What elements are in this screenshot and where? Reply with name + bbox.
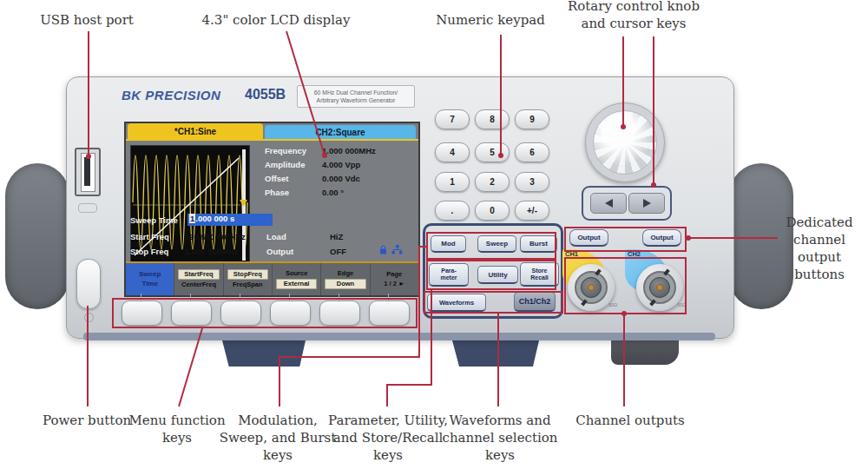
callout-numeric-keypad: Numeric keypad — [421, 11, 560, 29]
key-plusminus[interactable]: +/- — [515, 201, 549, 221]
bnc-center-pin — [656, 284, 663, 291]
annotated-device-diagram: BK PRECISION 4055B 60 MHz Dual Channel F… — [0, 0, 868, 469]
softkey-startfreq: StartFreq CenterFreq — [174, 263, 223, 295]
callout-waveforms-keys: Waveforms and channel selection keys — [435, 412, 565, 464]
impedance-label: 50Ω — [608, 302, 617, 307]
row-label: Load — [266, 232, 286, 241]
brand-logo: BK PRECISION — [122, 88, 220, 102]
callout-lcd-display: 4.3" color LCD display — [198, 11, 354, 29]
param-value: 0.00 ° — [322, 188, 344, 197]
lcd-display: *CH1:Sine CH2:Square Frequency 1.000 000… — [124, 122, 420, 297]
key-5[interactable]: 5 — [475, 142, 510, 162]
usb-icon — [78, 203, 97, 213]
callout-channel-outputs: Channel outputs — [569, 412, 691, 429]
rotary-knob[interactable] — [593, 110, 657, 175]
cursor-left-button[interactable] — [590, 193, 627, 214]
softkey-bar: SweepTime StartFreq CenterFreq StopFreq … — [126, 261, 418, 295]
model-description: 60 MHz Dual Channel Function/ Arbitrary … — [297, 85, 415, 108]
row-label: Stop Freq — [130, 247, 168, 256]
fnkey-connector — [289, 294, 290, 301]
callout-dedicated-outputs: Dedicated channel output buttons — [771, 214, 868, 283]
right-arrow-icon — [643, 199, 651, 208]
callout-usb-host-port: USB host port — [35, 11, 139, 29]
rotary-knob-ring — [585, 102, 665, 182]
lock-icon — [379, 245, 387, 254]
row-label: Start Freq — [130, 232, 169, 241]
left-arrow-icon — [605, 199, 613, 208]
param-label: Offset — [265, 174, 288, 183]
tab-underline — [126, 139, 418, 141]
burst-button[interactable]: Burst — [520, 235, 557, 253]
model-number: 4055B — [245, 87, 286, 102]
key-4[interactable]: 4 — [435, 142, 470, 162]
param-label: Phase — [265, 188, 289, 197]
key-2[interactable]: 2 — [475, 172, 510, 192]
waveforms-button[interactable]: Waveforms — [427, 294, 486, 312]
row-value: 1.000 500MHz — [185, 247, 239, 256]
callout-param-utility-store: Parameter, Utility, and Store/Recall key… — [323, 412, 453, 464]
key-9[interactable]: 9 — [515, 109, 549, 129]
key-0[interactable]: 0 — [475, 201, 510, 221]
fnkey-connector — [339, 294, 339, 301]
parameter-button[interactable]: Para- meter — [429, 263, 469, 287]
ch2-bnc-connector — [636, 264, 683, 311]
ch2-output-button[interactable]: Output — [642, 229, 681, 247]
callout-power-button: Power button — [35, 412, 139, 429]
ch2-label: CH2 — [628, 250, 641, 258]
param-label: Amplitude — [265, 160, 305, 169]
key-7[interactable]: 7 — [435, 109, 470, 129]
callout-rotary-knob: Rotary control knob and cursor keys — [556, 0, 712, 32]
utility-button[interactable]: Utility — [477, 266, 518, 284]
ch1-label: CH1 — [565, 250, 578, 258]
device-foot — [452, 340, 539, 367]
menu-function-key-3[interactable] — [220, 301, 261, 326]
fnkey-connector — [141, 294, 141, 301]
param-label: Frequency — [265, 146, 306, 155]
network-icon — [391, 245, 403, 254]
softkey-page: Page 1 / 2 ► — [371, 263, 418, 295]
ch1-ch2-button[interactable]: Ch1/Ch2 — [514, 292, 556, 312]
key-8[interactable]: 8 — [475, 109, 510, 129]
row-value: OFF — [330, 247, 346, 256]
ch1-output-button[interactable]: Output — [569, 229, 608, 247]
fnkey-connector — [240, 294, 240, 301]
param-value: 1.000 000MHz — [322, 146, 376, 155]
bottom-trim — [83, 333, 715, 340]
impedance-label: 50Ω — [677, 302, 686, 307]
tab-ch1: *CH1:Sine — [128, 123, 263, 139]
power-symbol-icon — [84, 313, 94, 322]
bnc-center-pin — [588, 284, 595, 291]
usb-host-port — [75, 148, 101, 196]
key-1[interactable]: 1 — [435, 172, 470, 192]
power-button[interactable] — [76, 259, 101, 309]
cursor-right-button[interactable] — [628, 193, 665, 214]
param-value: 4.000 Vpp — [322, 160, 360, 169]
menu-function-key-2[interactable] — [171, 301, 212, 326]
usb-tongue — [84, 157, 90, 186]
softkey-sweep-time: SweepTime — [126, 263, 174, 295]
key-3[interactable]: 3 — [515, 172, 549, 192]
softkey-stopfreq: StopFreq FreqSpan — [224, 263, 273, 295]
menu-function-key-5[interactable] — [319, 301, 360, 326]
device-foot — [222, 340, 306, 367]
tab-ch2: CH2:Square — [265, 125, 416, 139]
left-handle — [5, 163, 69, 309]
usb-slot — [81, 153, 95, 192]
mod-button[interactable]: Mod — [431, 235, 466, 253]
status-icons — [379, 245, 403, 254]
menu-function-key-6[interactable] — [369, 301, 410, 326]
ch1-bnc-connector — [568, 264, 615, 311]
store-recall-button[interactable]: Store Recall — [520, 262, 559, 287]
softkey-source: Source External — [273, 263, 321, 295]
row-value: 999.500 000kHz — [185, 232, 246, 241]
key-decimal[interactable]: . — [435, 201, 470, 221]
sweep-time-label: Sweep Time — [130, 215, 178, 225]
param-value: 0.000 Vdc — [322, 174, 360, 183]
sweep-button[interactable]: Sweep — [477, 235, 516, 253]
row-label: Output — [266, 247, 293, 256]
key-6[interactable]: 6 — [515, 142, 549, 162]
sweep-time-row: Sweep Time 1.000 000 s — [130, 215, 417, 225]
menu-function-key-4[interactable] — [270, 301, 311, 326]
menu-function-key-1[interactable] — [122, 301, 162, 326]
row-value: HiZ — [330, 232, 343, 241]
